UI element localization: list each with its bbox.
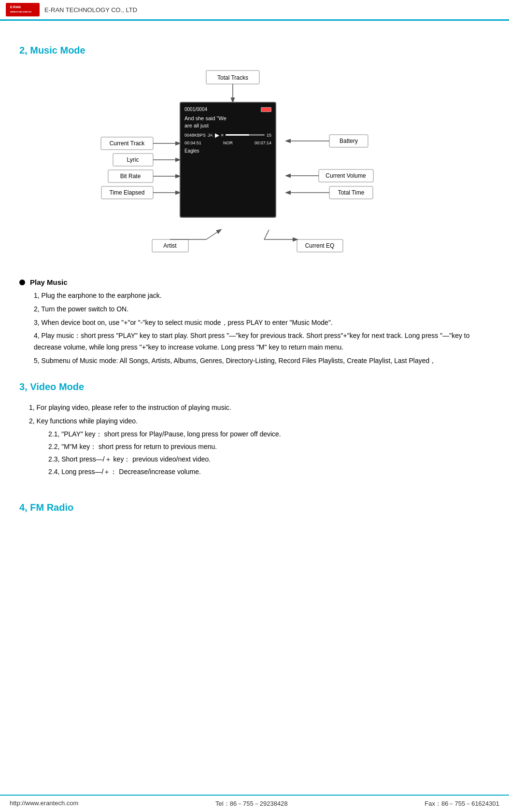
video-mode-heading: 3, Video Mode <box>19 381 490 392</box>
svg-text:E·RAN: E·RAN <box>10 5 21 9</box>
svg-rect-6 <box>101 137 153 150</box>
footer-url: http://www.erantech.com <box>10 799 78 808</box>
play-step-4: 4, Play music：short press "PLAY" key to … <box>34 330 490 353</box>
progress-fill <box>226 134 249 136</box>
svg-text:www.e-ran.com.cn: www.e-ran.com.cn <box>10 10 31 13</box>
svg-text:Current Track: Current Track <box>110 140 145 147</box>
play-step-2: 2, Turn the power switch to ON. <box>34 304 490 315</box>
play-step-1: 1, Plug the earphone to the earphone jac… <box>34 290 490 302</box>
svg-text:Total Time: Total Time <box>338 189 365 196</box>
screen-bitrate-row: 0048KBPS JA ▶ ≡ 15 <box>184 132 271 139</box>
svg-rect-18 <box>329 135 368 147</box>
footer-tel: Tel：86－755－29238428 <box>215 799 288 808</box>
svg-rect-21 <box>319 169 373 182</box>
video-step-2-3: 2.3, Short press—/＋ key： previous video/… <box>48 454 490 465</box>
company-logo: E·RAN www.e-ran.com.cn <box>6 3 40 16</box>
device-screen: 0001/0004 And she said "We are all just … <box>180 102 276 218</box>
page-footer: http://www.erantech.com Tel：86－755－29238… <box>0 795 509 812</box>
svg-rect-12 <box>108 170 153 182</box>
svg-line-29 <box>206 230 221 239</box>
video-step-2: 2, Key functions while playing video. <box>29 416 490 427</box>
page-header: E·RAN www.e-ran.com.cn E-RAN TECHNOLOGY … <box>0 0 509 21</box>
svg-line-33 <box>264 230 269 239</box>
svg-text:Current Volume: Current Volume <box>325 172 366 179</box>
music-mode-heading: 2, Music Mode <box>19 45 490 56</box>
logo-text: E·RAN www.e-ran.com.cn <box>8 4 37 15</box>
play-step-3: 3, When device boot on, use "+"or "-"key… <box>34 317 490 329</box>
svg-rect-27 <box>152 239 188 252</box>
main-content: 2, Music Mode Total Tracks Current Track… <box>0 21 509 561</box>
svg-text:Current EQ: Current EQ <box>305 242 335 249</box>
svg-rect-15 <box>101 186 153 199</box>
svg-rect-31 <box>297 239 343 252</box>
svg-rect-9 <box>113 154 153 166</box>
screen-battery <box>261 107 271 112</box>
music-mode-diagram: Total Tracks Current Track Lyric Bit Rat… <box>57 66 452 268</box>
menu-icon: ≡ <box>221 133 224 138</box>
svg-text:Time Elapsed: Time Elapsed <box>110 189 145 196</box>
svg-rect-24 <box>329 186 373 199</box>
screen-time-row: 00:04:51 NOR 00:07:14 <box>184 140 271 145</box>
svg-text:Total Tracks: Total Tracks <box>217 74 248 81</box>
video-step-2-4: 2.4, Long press—/＋： Decrease/increase vo… <box>48 466 490 478</box>
svg-text:Bit Rate: Bit Rate <box>120 173 141 180</box>
screen-lyric: And she said "We are all just <box>184 115 271 130</box>
svg-text:Lyric: Lyric <box>127 156 139 163</box>
screen-track-info: 0001/0004 <box>184 107 271 112</box>
video-step-2-2: 2.2, "M"M key： short press for return to… <box>48 441 490 453</box>
video-step-1: 1, For playing video, please refer to th… <box>29 402 490 414</box>
video-step-2-1: 2.1, "PLAY" key： short press for Play/Pa… <box>48 429 490 440</box>
fm-radio-heading: 4, FM Radio <box>19 502 490 513</box>
svg-text:Battery: Battery <box>339 138 358 144</box>
progress-bar <box>226 134 265 136</box>
svg-rect-3 <box>206 70 259 84</box>
svg-text:Artist: Artist <box>163 242 177 249</box>
play-step-5: 5, Submenu of Music mode: All Songs, Art… <box>34 355 490 367</box>
play-music-bullet: Play Music <box>19 278 490 286</box>
footer-fax: Fax：86－755－61624301 <box>424 799 499 808</box>
company-name: E-RAN TECHNOLOGY CO., LTD <box>44 6 137 14</box>
play-icon: ▶ <box>215 132 219 139</box>
play-music-heading: Play Music <box>30 278 68 286</box>
bullet-icon <box>19 280 25 285</box>
screen-artist: Eagles <box>184 148 271 154</box>
